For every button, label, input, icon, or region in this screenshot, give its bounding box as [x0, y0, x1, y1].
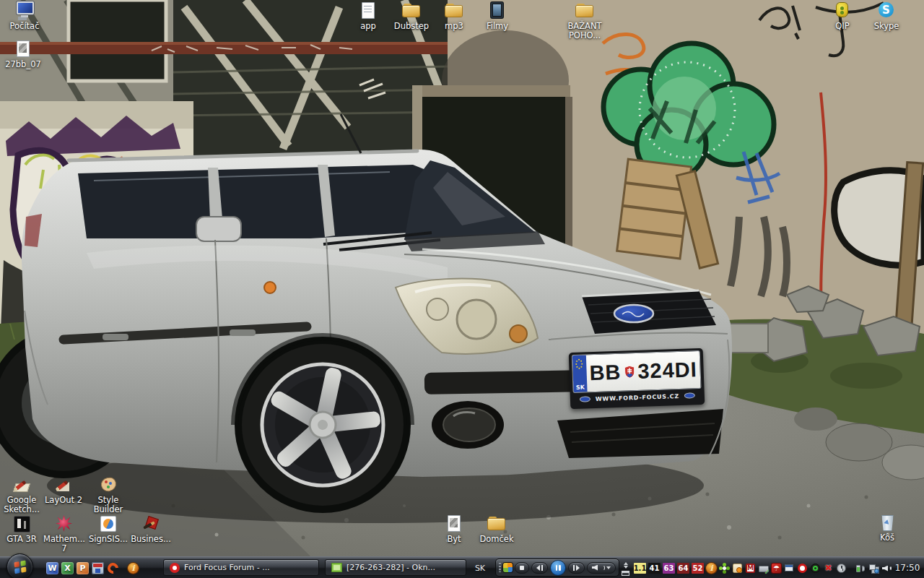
icon-label: GTA 3R [0, 535, 45, 544]
desktop-icon-filmy[interactable]: Filmy [474, 1, 520, 31]
desktop-icon-gta[interactable]: GTA 3R [0, 514, 45, 544]
avira-icon[interactable] [771, 563, 782, 574]
toolbar-drag-handle[interactable] [499, 563, 501, 572]
desktop-icon-business[interactable]: Busines... [128, 514, 174, 544]
icon-label: Busines... [128, 535, 174, 544]
opera-tray-icon[interactable] [797, 563, 808, 574]
icon-label: Domček [474, 535, 520, 544]
comodo-icon[interactable] [107, 562, 119, 574]
text-file-icon [358, 1, 378, 20]
desktop: SK BB 324DI WWW.FORD-FOCUS.CZ Počítač27b [0, 0, 924, 578]
folder-icon [575, 1, 595, 20]
desktop-icon-pocitac[interactable]: Počítač [1, 1, 48, 31]
printer-ok-icon[interactable] [758, 563, 769, 574]
sketchup-icon [12, 475, 32, 494]
gta-icon [12, 514, 32, 533]
desktop-icon-domcek[interactable]: Domček [474, 514, 520, 544]
icq-flower-icon[interactable] [719, 563, 730, 574]
timer-clock-icon[interactable] [836, 563, 847, 574]
network-icon[interactable] [868, 563, 879, 574]
clockapp-icon[interactable] [732, 563, 743, 574]
computer-icon [14, 1, 35, 20]
recorder-icon[interactable] [810, 563, 821, 574]
image-file-icon [444, 514, 464, 533]
launch-info-icon[interactable] [127, 562, 139, 574]
media-player-toolbar [495, 558, 619, 577]
video-folder-icon [487, 1, 507, 20]
opera-task-icon [170, 563, 180, 573]
power-plug-icon[interactable] [855, 563, 866, 574]
start-button[interactable] [6, 553, 33, 578]
icon-label: app [345, 22, 391, 31]
error-x-icon[interactable] [823, 563, 834, 574]
desktop-icon-mathematica[interactable]: Mathem...7 [41, 514, 87, 553]
toolbar-options-button[interactable] [624, 560, 628, 571]
quick-launch [46, 557, 139, 578]
taskbar: Ford Focus Forum - ...[276-263-282] - Ok… [0, 556, 924, 578]
icon-label: 27bb_07 [0, 60, 46, 69]
tray-badge-1.1[interactable]: 1.1 [634, 563, 646, 574]
layout-icon [53, 475, 74, 494]
icon-label: StyleBuilder [85, 496, 131, 514]
desktop-icon-sketchup[interactable]: GoogleSketch... [0, 475, 45, 514]
skype-icon [876, 1, 897, 20]
volume-button[interactable] [587, 562, 616, 574]
tray-badge-64[interactable]: 64 [677, 563, 689, 574]
totalcmd-icon[interactable] [92, 562, 104, 574]
desktop-icon-qip[interactable]: QIP [819, 1, 866, 31]
signsis-icon [98, 514, 118, 533]
previous-button[interactable] [531, 562, 548, 574]
desktop-icon-stylebuilder[interactable]: StyleBuilder [85, 475, 131, 514]
task-button-label: Ford Focus Forum - ... [184, 563, 270, 572]
desktop-icon-mp3[interactable]: mp3 [431, 1, 477, 31]
task-button-label: [276-263-282] - Okn... [346, 563, 435, 572]
icon-label: QIP [819, 22, 866, 31]
wmp-icon[interactable] [503, 563, 513, 572]
pause-button[interactable] [550, 560, 566, 576]
next-button[interactable] [568, 562, 585, 574]
icon-label: BAŽANTPOHO... [562, 22, 608, 40]
desktop-icon-bazant[interactable]: BAŽANTPOHO... [562, 1, 608, 40]
word-icon[interactable] [46, 562, 58, 574]
powerpoint-icon[interactable] [77, 562, 89, 574]
folder-icon [444, 1, 464, 20]
recycle-bin-icon [877, 513, 897, 532]
tray-badge-52[interactable]: 52 [692, 563, 704, 574]
desktop-icon-app[interactable]: app [345, 1, 391, 31]
info-badge-icon[interactable] [706, 563, 717, 574]
icon-label: Byt [431, 535, 477, 544]
desktop-icons: Počítač27bb_07appDubstepmp3FilmyBAŽANTPO… [0, 0, 924, 578]
stylebuilder-icon [98, 475, 118, 494]
icon-label: Počítač [1, 22, 48, 31]
mini-window-icon[interactable] [784, 563, 795, 574]
tray-badge-41[interactable]: 41 [648, 563, 661, 574]
restore-player-button[interactable] [622, 571, 629, 576]
desktop-icon-layout[interactable]: LayOut 2 [40, 475, 87, 505]
viewer-task-icon [331, 563, 342, 572]
folder-icon [401, 1, 422, 20]
desktop-icon-signsis[interactable]: SignSIS... [85, 514, 131, 544]
language-indicator[interactable]: SK [471, 557, 489, 578]
desktop-icon-dubstep[interactable]: Dubstep [388, 1, 435, 31]
folder-icon [487, 514, 507, 533]
miranda-icon[interactable] [745, 563, 756, 574]
task-button-2[interactable]: [276-263-282] - Okn... [325, 559, 466, 576]
tray-badge-63[interactable]: 63 [663, 563, 675, 574]
stop-button[interactable] [515, 562, 529, 574]
icon-label: SignSIS... [85, 535, 131, 544]
desktop-icon-skype[interactable]: Skype [863, 1, 910, 31]
taskbar-clock[interactable]: 17:50 [891, 557, 924, 578]
toolbar-side-controls [621, 558, 630, 577]
image-file-icon [13, 40, 33, 59]
mathematica-icon [54, 514, 74, 533]
desktop-icon-byt[interactable]: Byt [431, 514, 477, 544]
icon-label: Skype [863, 22, 910, 31]
icon-label: mp3 [431, 22, 477, 31]
desktop-icon-27bb-07[interactable]: 27bb_07 [0, 40, 46, 69]
icon-label: Dubstep [388, 22, 435, 31]
task-button-1[interactable]: Ford Focus Forum - ... [163, 559, 319, 576]
excel-icon[interactable] [61, 562, 74, 574]
desktop-icon-kos[interactable]: Kôš [864, 513, 910, 543]
icon-label: Mathem...7 [41, 535, 87, 553]
windows-logo-icon [14, 560, 25, 573]
